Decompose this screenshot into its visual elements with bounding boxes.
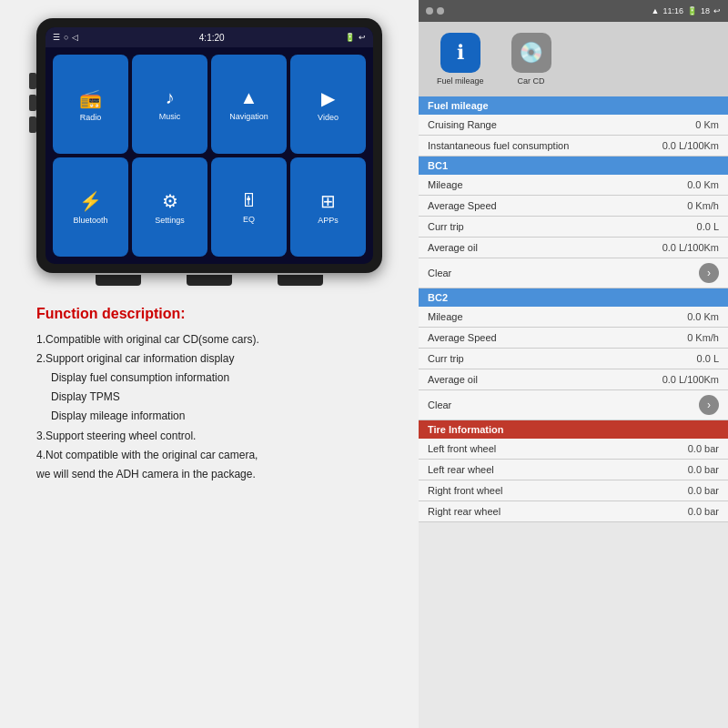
func-item-7: 4.Not compatible with the original car c… [36,447,382,464]
cruising-range-value: 0 Km [695,119,719,130]
app-grid: 📻 Radio ♪ Music ▲ Navigation ▶ Video ⚡ [46,47,373,264]
music-icon: ♪ [166,87,175,108]
status-right-icons: 🔋 ↩ [345,33,366,42]
func-item-1: 1.Compatible with original car CD(some c… [36,331,382,349]
app-nav-label: Navigation [229,112,268,121]
app-music-label: Music [159,112,181,121]
app-eq[interactable]: 🎚 EQ [211,157,287,257]
row-cruising-range: Cruising Range 0 Km [419,115,728,136]
bc2-avg-speed-value: 0 Km/h [687,332,719,343]
bc1-clear-label: Clear [428,268,451,278]
app-radio[interactable]: 📻 Radio [53,55,128,154]
car-unit-screen: ☰ ○ ◁ 4:1:20 🔋 ↩ 📻 Radio ♪ Music [46,27,373,264]
bc2-mileage-value: 0.0 Km [687,311,719,322]
function-title: Function description: [36,302,382,326]
menu-icon: ☰ [53,33,60,42]
left-panel: ☰ ○ ◁ 4:1:20 🔋 ↩ 📻 Radio ♪ Music [0,0,419,728]
fuel-mileage-icon: ℹ [440,33,480,73]
left-front-wheel-value: 0.0 bar [688,443,719,454]
app-bluetooth-label: Bluetooth [73,216,107,225]
bc1-clear-arrow[interactable]: › [699,263,719,283]
car-cd-icon: 💿 [511,33,551,73]
app-bluetooth[interactable]: ⚡ Bluetooth [53,157,128,257]
func-item-2: 2.Support original car information displ… [36,350,382,368]
row-bc2-curr-trip: Curr trip 0.0 L [419,349,728,369]
bottom-mounts [73,275,346,286]
car-cd-app[interactable]: 💿 Car CD [511,33,551,86]
app-navigation[interactable]: ▲ Navigation [211,55,287,154]
car-unit: ☰ ○ ◁ 4:1:20 🔋 ↩ 📻 Radio ♪ Music [36,18,382,273]
fuel-mileage-label: Fuel mileage [437,76,484,86]
topbar-left [426,7,444,15]
bc2-clear-label: Clear [428,399,451,410]
apps-icon: ⊞ [320,190,336,212]
bc1-avg-speed-value: 0 Km/h [687,200,719,211]
app-video-label: Video [318,113,339,122]
bc1-avg-oil-value: 0.0 L/100Km [662,242,719,253]
row-bc2-clear[interactable]: Clear › [419,390,728,420]
home-icon: ○ [64,33,68,42]
car-cd-label: Car CD [518,76,545,86]
topbar-time: 11:16 [662,6,683,15]
row-right-rear-wheel: Right rear wheel 0.0 bar [419,501,728,522]
bc2-avg-speed-label: Average Speed [428,332,497,343]
battery-status: 🔋 [687,6,697,15]
back-icon: ◁ [72,33,78,42]
section-fuel-mileage: Fuel mileage [419,96,728,115]
bc1-mileage-label: Mileage [428,179,463,190]
left-rear-wheel-value: 0.0 bar [688,464,719,475]
row-bc1-avg-speed: Average Speed 0 Km/h [419,196,728,217]
mount-center [187,275,232,286]
right-rear-wheel-value: 0.0 bar [688,506,719,517]
bc2-curr-trip-value: 0.0 L [697,353,719,364]
android-topbar: ▲ 11:16 🔋 18 ↩ [419,0,728,22]
settings-icon: ⚙ [162,190,178,212]
video-icon: ▶ [321,87,335,109]
bc1-curr-trip-label: Curr trip [428,221,464,232]
row-left-rear-wheel: Left rear wheel 0.0 bar [419,460,728,480]
row-bc2-mileage: Mileage 0.0 Km [419,307,728,328]
topbar-right: ▲ 11:16 🔋 18 ↩ [652,6,721,15]
bc2-mileage-label: Mileage [428,311,463,322]
app-apps[interactable]: ⊞ APPs [290,157,366,257]
row-instant-fuel: Instantaneous fuel consumption 0.0 L/100… [419,136,728,157]
app-video[interactable]: ▶ Video [290,55,366,154]
data-list: Fuel mileage Cruising Range 0 Km Instant… [419,96,728,728]
app-icons-area: ℹ Fuel mileage 💿 Car CD [419,22,728,96]
bc1-avg-speed-label: Average Speed [428,200,497,211]
side-buttons [29,73,36,133]
left-front-wheel-label: Left front wheel [428,443,496,454]
cruising-range-label: Cruising Range [428,119,497,130]
eq-icon: 🎚 [240,190,258,211]
bluetooth-icon: ⚡ [79,190,102,212]
function-description: Function description: 1.Compatible with … [36,302,382,485]
battery-icon: 🔋 [345,33,355,42]
row-bc1-clear[interactable]: Clear › [419,258,728,288]
func-item-8: we will send the ADH camera in the packa… [36,466,382,483]
func-item-3: Display fuel consumption information [36,369,382,387]
clock: 4:1:20 [199,33,225,43]
row-bc1-mileage: Mileage 0.0 Km [419,175,728,196]
topbar-battery: 18 [701,6,710,15]
bc2-clear-arrow[interactable]: › [699,395,719,415]
app-music[interactable]: ♪ Music [132,55,207,154]
mount-right [278,275,323,286]
row-bc1-curr-trip: Curr trip 0.0 L [419,217,728,238]
bc1-mileage-value: 0.0 Km [687,179,719,190]
row-left-front-wheel: Left front wheel 0.0 bar [419,439,728,460]
dot-1 [426,7,433,15]
func-item-4: Display TPMS [36,389,382,406]
right-front-wheel-label: Right front wheel [428,485,503,496]
back2-icon: ↩ [359,33,366,42]
bc2-curr-trip-label: Curr trip [428,353,464,364]
app-settings-label: Settings [155,216,185,225]
bc1-avg-oil-label: Average oil [428,242,478,253]
bc2-avg-oil-value: 0.0 L/100Km [662,374,719,385]
right-rear-wheel-label: Right rear wheel [428,506,500,517]
back-nav-icon[interactable]: ↩ [713,6,721,15]
instant-fuel-value: 0.0 L/100Km [662,140,719,151]
fuel-mileage-app[interactable]: ℹ Fuel mileage [437,33,484,86]
signal-icon: ▲ [652,6,660,15]
app-settings[interactable]: ⚙ Settings [132,157,207,257]
func-item-6: 3.Support steering wheel control. [36,428,382,445]
